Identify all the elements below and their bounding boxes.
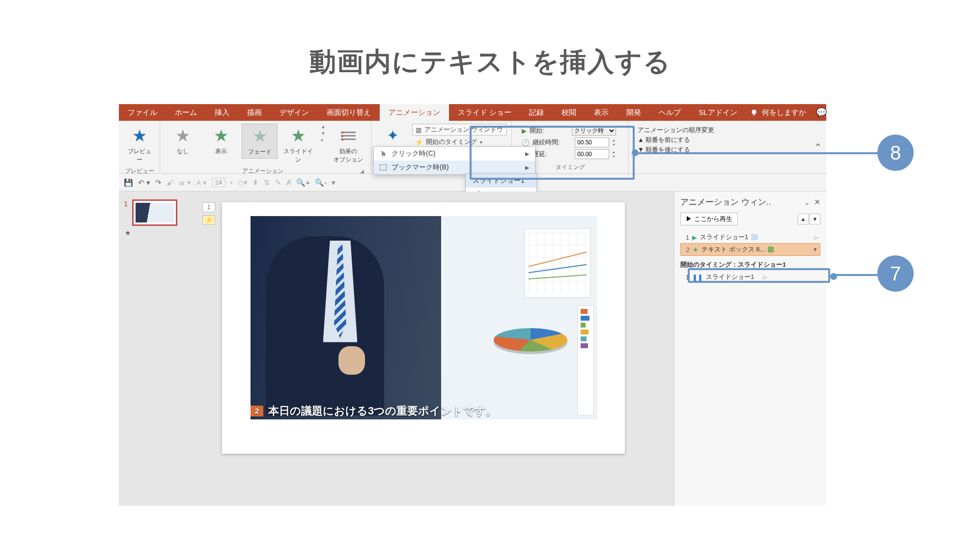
gallery-more[interactable]: ▾ (321, 138, 326, 143)
slide-thumbnails: 1 ★ (119, 192, 188, 506)
play-from-button[interactable]: ▶ ここから再生 (680, 213, 738, 225)
duration-input[interactable] (575, 138, 609, 147)
comments-icon[interactable]: 💬 (816, 107, 827, 118)
save-icon[interactable]: 💾 (124, 178, 133, 187)
anim-tag-1[interactable]: 1 (202, 202, 215, 212)
tab-animations[interactable]: アニメーション (380, 104, 449, 121)
caption-anim-tag: 2 (251, 406, 263, 416)
trigger-on-click[interactable]: 🖱クリック時(C)▶ (374, 147, 535, 161)
gallery-scroll-up[interactable]: ▲ (321, 124, 326, 129)
anim-list-item-1[interactable]: 1 ▶ スライドショー1 ▷ (680, 231, 820, 243)
star-icon: ★ (214, 127, 228, 144)
tab-view[interactable]: 表示 (585, 104, 617, 121)
gallery-scroll-down[interactable]: ▼ (321, 131, 326, 136)
clock-icon: 🕐 (522, 139, 530, 146)
lightning-icon: ⚡ (205, 217, 213, 223)
slide-thumbnail-1[interactable] (132, 199, 177, 226)
align-icon[interactable]: ⬍ (252, 178, 259, 187)
anim-none[interactable]: ★なし (165, 124, 200, 158)
text-direction-icon[interactable]: ⇅ (264, 178, 270, 187)
tab-insert[interactable]: 挿入 (206, 104, 238, 121)
expand-icon[interactable]: ▷ (763, 274, 767, 280)
tab-record[interactable]: 記録 (520, 104, 553, 121)
tab-slideshow[interactable]: スライド ショー (449, 104, 520, 121)
caption-text: 本日の議題における3つの重要ポイントです。 (268, 404, 497, 418)
redo-icon[interactable]: ↷ (155, 178, 162, 187)
video-placeholder[interactable] (251, 216, 597, 419)
tab-draw[interactable]: 描画 (238, 104, 271, 121)
tab-home[interactable]: ホーム (166, 104, 206, 121)
spinner-down[interactable]: ▼ (612, 154, 616, 159)
star-icon: ★ (175, 127, 190, 144)
font-size-input[interactable]: 24 (212, 178, 225, 187)
tab-sladdin[interactable]: SLアドイン (690, 104, 746, 121)
lines-icon (341, 132, 356, 140)
anim-fade[interactable]: ★フェード (242, 124, 277, 159)
collapse-ribbon[interactable]: ⌃ (810, 141, 826, 153)
spinner-up[interactable]: ▲ (612, 138, 616, 142)
anim-slidein[interactable]: ★スライドイン (280, 124, 316, 166)
chevron-down-icon[interactable]: ⌄ (804, 198, 810, 206)
effect-options[interactable]: 効果の オプション (331, 124, 366, 166)
clear-format-icon[interactable]: A̸ (286, 178, 291, 187)
bookmark-item-0[interactable]: スライドショー1 (466, 174, 536, 188)
tab-developer[interactable]: 開発 (617, 104, 650, 121)
font-dropdown[interactable]: A ▾ (196, 178, 206, 187)
tab-file[interactable]: ファイル (119, 104, 166, 121)
callout-line (635, 152, 879, 154)
play-icon: ▶ (692, 234, 697, 241)
thumb-number: 1 (124, 199, 128, 208)
ribbon-tabs: ファイル ホーム 挿入 描画 デザイン 画面切り替え アニメーション スライド … (119, 104, 826, 121)
move-earlier[interactable]: ▲ 順番を前にする (638, 136, 801, 144)
pane-icon: ▥ (416, 126, 421, 134)
move-up-button[interactable]: ▲ (798, 214, 809, 224)
spinner-down[interactable]: ▼ (612, 142, 616, 147)
play-icon: ▶ (522, 127, 527, 135)
order-title: アニメーションの順序変更 (638, 126, 801, 135)
delay-input[interactable] (575, 149, 609, 159)
trigger-dropdown: 🖱クリック時(C)▶ ブックマーク時(B)▶ スライドショー1 ブックマーク 1… (373, 146, 535, 175)
tab-transitions[interactable]: 画面切り替え (318, 104, 380, 121)
slide-canvas[interactable]: 2 本日の議題における3つの重要ポイントです。 (222, 202, 625, 454)
trigger-on-bookmark[interactable]: ブックマーク時(B)▶ (374, 161, 535, 174)
anim-appear[interactable]: ★表示 (203, 124, 239, 158)
bullets-icon[interactable]: ≣ ▾ (179, 178, 191, 187)
qat-customise[interactable]: ▾ (332, 178, 336, 187)
close-icon[interactable]: ✕ (814, 197, 820, 207)
spinner-up[interactable]: ▲ (612, 150, 616, 154)
anim-sub-item-1[interactable]: 1 ❚❚ スライドショー1 ▷ (680, 271, 820, 283)
format-painter-icon[interactable]: 🖌 (167, 178, 174, 187)
anim-tag-trigger[interactable]: ⚡ (202, 215, 215, 225)
undo-icon[interactable]: ↶ ▾ (138, 178, 150, 187)
timeline-bar (751, 234, 758, 240)
trigger-button[interactable]: ⚡開始のタイミング▾ (412, 137, 506, 147)
powerpoint-window: ファイル ホーム 挿入 描画 デザイン 画面切り替え アニメーション スライド … (119, 104, 826, 506)
start-select[interactable]: クリック時 (572, 126, 616, 136)
animation-pane-button[interactable]: ▥アニメーション ウィンドウ (412, 124, 506, 136)
expand-icon[interactable]: ▷ (814, 234, 818, 241)
mouse-icon: 🖱 (380, 150, 387, 158)
zoom-in-icon[interactable]: 🔍+ (296, 178, 310, 187)
page-title: 動画内にテキストを挿入する (0, 44, 980, 80)
preview-button[interactable]: ★ プレビュー (124, 124, 155, 166)
caption-textbox[interactable]: 2 本日の議題における3つの重要ポイントです。 (251, 404, 597, 418)
callout-badge-8: 8 (877, 135, 914, 171)
dialog-launcher-icon[interactable]: ◢ (360, 168, 366, 174)
dropdown-icon[interactable]: ▼ (812, 247, 818, 252)
animation-indicator-icon: ★ (125, 229, 183, 237)
tab-review[interactable]: 校閲 (553, 104, 585, 121)
callout-line (833, 274, 879, 276)
ink-icon[interactable]: ✎ (275, 178, 281, 187)
anim-list-item-2[interactable]: 2 ★ テキスト ボックス 8... ▼ (680, 243, 820, 256)
zoom-out-icon[interactable]: 🔍- (315, 178, 327, 187)
shapes-icon[interactable]: ◇▾ (238, 178, 248, 187)
bookmark-icon (380, 165, 387, 170)
callout-badge-7: 7 (877, 255, 914, 292)
move-down-button[interactable]: ▼ (810, 214, 820, 224)
tab-design[interactable]: デザイン (271, 104, 318, 121)
tab-help[interactable]: ヘルプ (650, 104, 690, 121)
presenter-graphic (251, 216, 441, 419)
star-icon: ★ (693, 246, 699, 253)
tell-me-search[interactable]: 何をしますか (762, 104, 816, 121)
star-icon: ★ (291, 127, 306, 144)
